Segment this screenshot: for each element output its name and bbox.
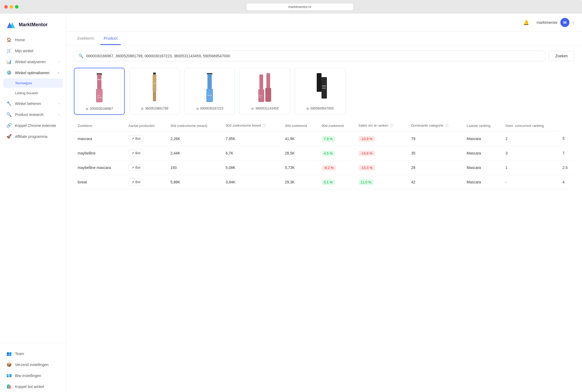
product-ean-3: ▦ 0000030167223: [196, 107, 224, 110]
maximize-button[interactable]: [15, 5, 18, 9]
shipping-icon: 📦: [6, 362, 12, 367]
sidebar-item-termwijzer[interactable]: Termwijzer: [3, 78, 63, 88]
sidebar-item-koppel-bol-label: Koppel bol winkel: [15, 385, 44, 389]
bol-button-2[interactable]: ↗ Bol: [129, 164, 143, 171]
minimize-button[interactable]: [10, 5, 13, 9]
tab-zoekterm[interactable]: Zoekterm: [74, 32, 97, 45]
sidebar-item-winkel-beheren[interactable]: 🔧 Winkel beheren ›: [3, 98, 63, 109]
table-header-row: Zoekterm Aantal producten 30d zoekvolume…: [74, 120, 575, 131]
cell-bol-0: ↗ Bol: [125, 131, 167, 146]
col-concurrent: Gem. concurrent ranking: [502, 120, 559, 131]
info-icon-dominant[interactable]: ⓘ: [445, 124, 448, 127]
window-chrome: marktmentor.nl: [0, 0, 582, 14]
trend30-badge-0: 7,9 %: [322, 136, 335, 142]
tab-product[interactable]: Product: [100, 32, 121, 45]
sidebar-item-btw[interactable]: 💶 Btw instellingen: [3, 370, 63, 381]
sidebar-item-home[interactable]: 🏠 Home: [3, 35, 63, 45]
app-shell: MarktMentor 🏠 Home 🛒 Mijn winkel 📊 Winke…: [0, 14, 582, 392]
trend30-badge-2: -6,2 %: [322, 165, 336, 171]
cell-trend30-0: 7,9 %: [318, 131, 355, 146]
svg-text:L'OREAL: L'OREAL: [153, 83, 158, 84]
svg-rect-21: [265, 88, 271, 102]
search-box[interactable]: 🔍: [74, 51, 545, 61]
info-icon-vol30breed[interactable]: ⓘ: [263, 124, 266, 127]
svg-rect-25: [317, 74, 321, 91]
external-link-icon-0: ↗: [131, 137, 134, 141]
product-image-5: NANO LASH: [307, 72, 333, 104]
trend90-badge-3: 11,0 %: [358, 179, 373, 185]
sidebar-item-winkel-beheren-label: Winkel beheren: [15, 101, 41, 106]
col-vol30exact: 30d zoekvolume (exact): [167, 120, 222, 131]
cell-zoekterm-0: mascara: [74, 131, 125, 146]
sidebar-item-verzend-label: Verzend instellingen: [15, 363, 48, 367]
cell-bol-2: ↗ Bol: [125, 160, 167, 175]
sidebar-bottom: 👥 Team 📦 Verzend instellingen 💶 Btw inst…: [0, 345, 66, 392]
info-icon-sales[interactable]: ⓘ: [390, 124, 393, 127]
logo-icon: [6, 20, 16, 30]
product-card-2[interactable]: L'OREAL ▦ 3600520881799: [129, 68, 180, 115]
product-ean-2: ▦ 3600520881799: [141, 107, 168, 110]
trend90-badge-1: -14,8 %: [358, 150, 375, 156]
sidebar-item-mijn-winkel[interactable]: 🛒 Mijn winkel: [3, 46, 63, 56]
cell-aantal-1: 2,44K: [167, 146, 222, 160]
bol-button-0[interactable]: ↗ Bol: [129, 135, 143, 142]
sidebar-item-team[interactable]: 👥 Team: [3, 348, 63, 359]
cell-trend90-3: 11,0 %: [355, 175, 407, 189]
product-ean-5: ▦ 5905669547000: [306, 107, 334, 110]
table-row: mascara ↗ Bol 2,26K 7,95K 41,8K 7,9 % -1…: [74, 131, 575, 146]
chevron-down-icon: ∨: [57, 71, 60, 75]
close-button[interactable]: [4, 5, 8, 9]
product-card-1[interactable]: MAYBELLINE Lash Sensational ▦ 0000030166…: [74, 68, 125, 115]
barcode-icon-1: ▦: [86, 107, 88, 111]
product-card-3[interactable]: Volume ▦ 0000030167223: [184, 68, 235, 115]
search-button[interactable]: Zoeken: [549, 51, 575, 61]
svg-text:MAYBELLINE: MAYBELLINE: [98, 79, 108, 80]
trend90-badge-2: -13,3 %: [358, 165, 375, 171]
sidebar-item-product-research-label: Product research: [15, 112, 44, 117]
search-input[interactable]: [86, 54, 541, 58]
sidebar-item-mijn-winkel-label: Mijn winkel: [15, 49, 33, 53]
notification-bell-icon[interactable]: 🔔: [523, 20, 529, 25]
url-bar[interactable]: marktmentor.nl: [246, 3, 353, 10]
rocket-icon: 🚀: [6, 134, 12, 139]
product-card-4[interactable]: RESA DUAL ▦ 3600531143459: [239, 68, 290, 115]
barcode-icon-4: ▦: [251, 107, 254, 110]
product-card-5[interactable]: NANO LASH ▦ 5905669547000: [294, 68, 345, 115]
settings-icon: ⚙️: [6, 70, 12, 75]
sidebar-item-affiliate[interactable]: 🚀 Affiliate programma: [3, 131, 63, 142]
chevron-right-icon-3: ›: [59, 113, 60, 116]
cell-trend90-1: -14,8 %: [355, 146, 407, 160]
shop-icon: 🛒: [6, 48, 12, 53]
username-label: marktmentor: [536, 20, 558, 25]
cell-aantal-0: 2,26K: [167, 131, 222, 146]
avatar: M: [560, 18, 569, 27]
cell-concurrent-0: 5: [559, 131, 575, 146]
user-menu[interactable]: marktmentor M ∨: [536, 18, 575, 27]
col-dominant: Dominante categorie ⓘ: [407, 120, 463, 131]
tool-icon: 🔧: [6, 101, 12, 106]
sidebar-item-verzend[interactable]: 📦 Verzend instellingen: [3, 359, 63, 370]
bol-button-1[interactable]: ↗ Bol: [129, 150, 143, 156]
sidebar-item-koppel-chrome[interactable]: 🔗 Koppel Chrome extensie: [3, 120, 63, 131]
cell-aantal-3: 5,88K: [167, 175, 222, 189]
logo-area: MarktMentor: [0, 14, 66, 35]
bol-button-3[interactable]: ↗ Bol: [129, 179, 143, 185]
external-link-icon-1: ↗: [131, 151, 134, 155]
traffic-lights: [4, 5, 18, 9]
svg-rect-3: [97, 74, 101, 89]
sidebar-item-product-research[interactable]: 🔍 Product research ›: [3, 109, 63, 120]
sidebar-item-winkel-analyseren[interactable]: 📊 Winkel analyseren ›: [3, 56, 63, 67]
sidebar-item-winkel-optimaliseren[interactable]: ⚙️ Winkel optimaliseren ∨: [3, 67, 63, 78]
col-trend30: 30d zoektrend: [281, 120, 318, 131]
main-content: 🔔 marktmentor M ∨ Zoekterm Product 🔍 Zoe…: [66, 14, 582, 392]
product-image-3: Volume: [196, 72, 223, 104]
cell-vol30exact-1: 6,7K: [222, 146, 281, 160]
search-area: 🔍 Zoeken: [66, 45, 582, 66]
sidebar-item-listing-bouwer[interactable]: Listing bouwer: [3, 88, 63, 98]
cell-vol30breed-0: 41,8K: [281, 131, 318, 146]
home-icon: 🏠: [6, 37, 12, 42]
sidebar-item-koppel-bol[interactable]: 🛍️ Koppel bol winkel: [3, 381, 63, 392]
sidebar-item-winkel-analyseren-label: Winkel analyseren: [15, 60, 46, 64]
svg-rect-9: [153, 73, 156, 75]
cell-concurrent-3: 4: [559, 175, 575, 189]
